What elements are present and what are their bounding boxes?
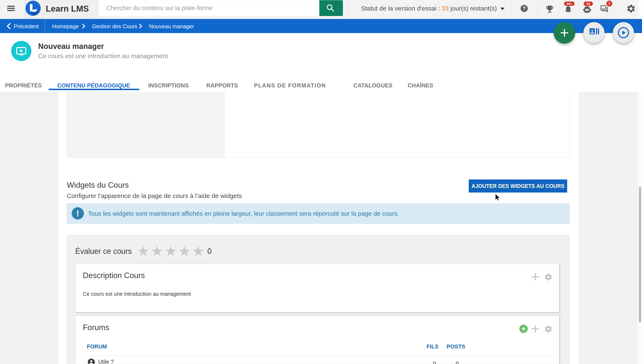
- svg-text:?: ?: [523, 6, 526, 11]
